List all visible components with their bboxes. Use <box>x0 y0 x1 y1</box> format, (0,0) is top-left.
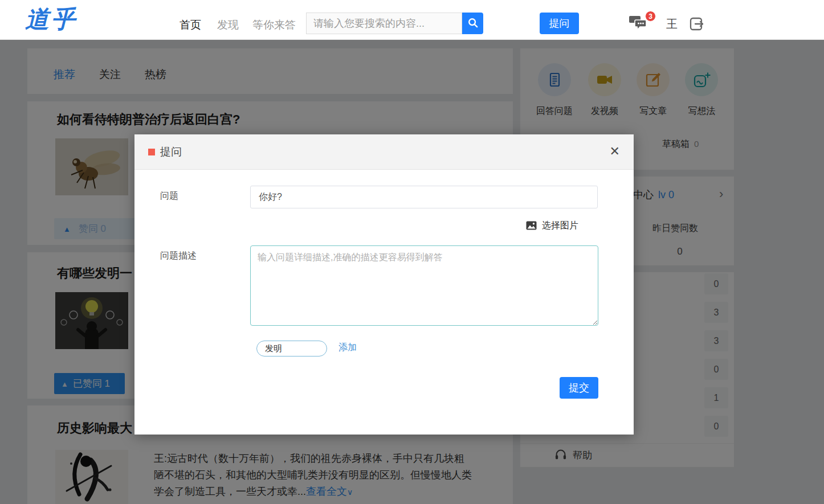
title-accent-square <box>148 149 155 155</box>
search-icon <box>467 17 479 30</box>
question-description-textarea[interactable] <box>250 245 598 326</box>
top-navbar: 道乎 首页 发现 等你来答 提问 3 王 <box>0 0 824 40</box>
search-button[interactable] <box>462 13 483 34</box>
description-label: 问题描述 <box>160 250 197 262</box>
tag-input[interactable] <box>256 341 327 357</box>
ask-question-button[interactable]: 提问 <box>540 13 579 34</box>
logout-icon[interactable] <box>688 15 705 35</box>
message-count-badge: 3 <box>645 11 656 22</box>
messages-button[interactable]: 3 <box>629 15 656 34</box>
pick-image-label: 选择图片 <box>542 220 578 230</box>
question-label: 问题 <box>160 190 178 202</box>
add-tag-link[interactable]: 添加 <box>338 342 357 354</box>
modal-title: 提问 <box>160 145 182 159</box>
search-input[interactable] <box>306 13 462 34</box>
current-user-name[interactable]: 王 <box>666 17 678 32</box>
message-icon <box>629 24 648 34</box>
submit-button[interactable]: 提交 <box>560 377 598 399</box>
site-logo[interactable]: 道乎 <box>25 3 77 35</box>
search-box <box>306 13 483 34</box>
question-title-input[interactable] <box>250 186 598 208</box>
modal-header: 提问 <box>134 134 634 170</box>
nav-item-discover[interactable]: 发现 <box>217 18 239 32</box>
ask-question-modal: 提问 ✕ 问题 选择图片 问题描述 添加 提交 <box>134 134 634 435</box>
nav-item-home[interactable]: 首页 <box>180 18 201 32</box>
pick-image-link[interactable]: 选择图片 <box>250 220 598 232</box>
close-icon[interactable]: ✕ <box>610 144 620 159</box>
image-icon <box>526 220 542 230</box>
nav-item-waiting-answer[interactable]: 等你来答 <box>252 18 296 32</box>
